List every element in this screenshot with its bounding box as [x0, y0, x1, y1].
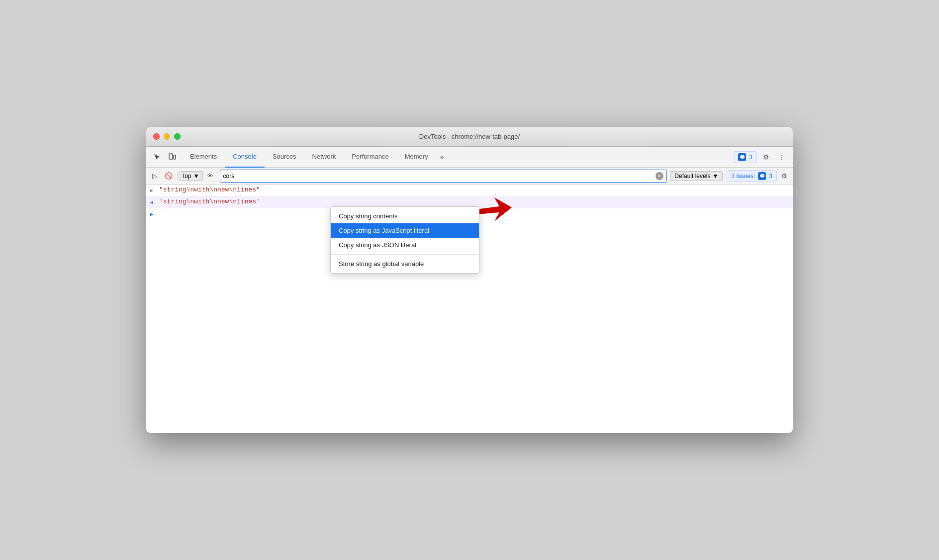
- issues-count: 3: [749, 154, 752, 161]
- filter-input-wrap: ✕: [220, 170, 667, 183]
- tab-network[interactable]: Network: [304, 147, 344, 168]
- run-script-icon[interactable]: ▷: [148, 170, 161, 183]
- clear-console-icon[interactable]: 🚫: [162, 170, 175, 183]
- context-selector[interactable]: top ▼: [180, 171, 203, 181]
- close-button[interactable]: [153, 133, 160, 140]
- toolbar-issues-text: 3 Issues:: [731, 173, 755, 180]
- svg-rect-1: [174, 155, 176, 159]
- log-levels-label: Default levels: [674, 173, 710, 180]
- tab-memory[interactable]: Memory: [397, 147, 436, 168]
- console-toolbar: ▷ 🚫 top ▼ 👁 ✕ Default levels ▼ 3 Issues:…: [146, 168, 793, 185]
- issues-chat-icon: 💬: [738, 153, 746, 161]
- context-selector-label: top: [183, 173, 191, 180]
- log-levels-arrow: ▼: [712, 173, 718, 180]
- tab-icon-group: [150, 150, 179, 164]
- context-menu-store-global[interactable]: Store string as global variable: [331, 257, 479, 271]
- console-settings-icon[interactable]: ⚙: [778, 170, 791, 183]
- filter-input[interactable]: [223, 173, 656, 180]
- context-menu-copy-contents[interactable]: Copy string contents: [331, 209, 479, 223]
- toolbar-issues-chat-icon: 💬: [758, 172, 766, 180]
- more-tabs-button[interactable]: »: [436, 147, 448, 168]
- tab-list: Elements Console Sources Network Perform…: [182, 147, 448, 167]
- inspect-icon[interactable]: [150, 150, 164, 164]
- devtools-body: Elements Console Sources Network Perform…: [146, 147, 793, 433]
- context-selector-arrow: ▼: [193, 173, 199, 180]
- expand-arrow-output[interactable]: ▶: [150, 187, 155, 193]
- toolbar-issues-badge[interactable]: 3 Issues: 💬 3: [727, 170, 777, 182]
- tab-actions: 💬 3 ⚙ ⋮: [734, 150, 789, 164]
- maximize-button[interactable]: [174, 133, 181, 140]
- prompt-arrow[interactable]: ▶: [150, 211, 155, 217]
- minimize-button[interactable]: [164, 133, 170, 140]
- context-menu-copy-json-literal[interactable]: Copy string as JSON literal: [331, 238, 479, 252]
- tab-elements[interactable]: Elements: [182, 147, 225, 168]
- more-options-icon[interactable]: ⋮: [775, 150, 789, 164]
- tab-console[interactable]: Console: [225, 147, 265, 168]
- traffic-lights: [153, 133, 181, 140]
- tab-bar: Elements Console Sources Network Perform…: [146, 147, 793, 168]
- device-toolbar-icon[interactable]: [165, 150, 179, 164]
- input-arrow: ◀: [150, 199, 155, 205]
- console-output-string1: "string\nwith\nnew\nlines": [159, 186, 789, 193]
- window-title: DevTools - chrome://new-tab-page/: [419, 133, 520, 140]
- issues-badge[interactable]: 💬 3: [734, 151, 757, 163]
- console-area: ▶ "string\nwith\nnew\nlines" ◀ 'string\n…: [146, 185, 793, 433]
- console-row-output: ▶ "string\nwith\nnew\nlines": [146, 185, 793, 196]
- context-menu-divider: [331, 254, 479, 255]
- devtools-window: DevTools - chrome://new-tab-page/: [146, 127, 793, 433]
- title-bar: DevTools - chrome://new-tab-page/: [146, 127, 793, 147]
- context-menu: Copy string contents Copy string as Java…: [330, 206, 479, 274]
- toolbar-separator: [177, 172, 178, 181]
- log-levels-selector[interactable]: Default levels ▼: [670, 171, 723, 181]
- toolbar-issues-count: 3: [769, 173, 772, 180]
- tab-performance[interactable]: Performance: [344, 147, 396, 168]
- svg-rect-0: [169, 154, 173, 159]
- settings-icon[interactable]: ⚙: [759, 150, 773, 164]
- eye-icon[interactable]: 👁: [204, 170, 217, 183]
- context-menu-copy-js-literal[interactable]: Copy string as JavaScript literal: [331, 223, 479, 238]
- tab-sources[interactable]: Sources: [265, 147, 304, 168]
- filter-clear-button[interactable]: ✕: [656, 172, 663, 180]
